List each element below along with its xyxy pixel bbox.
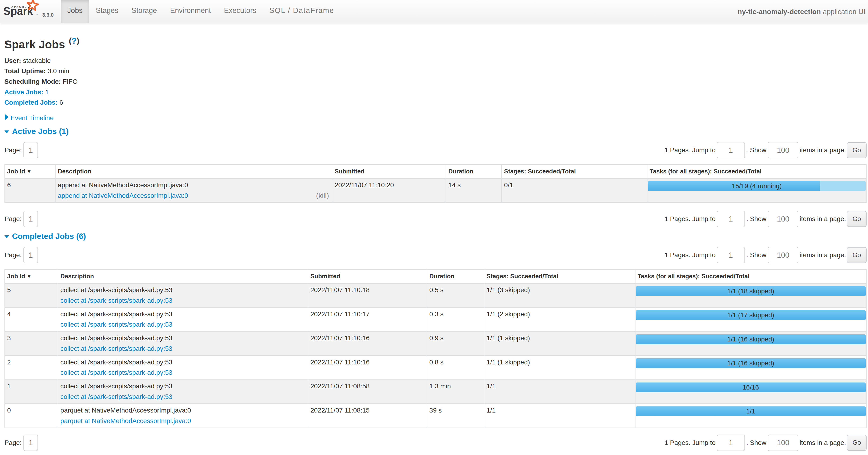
svg-text:TM: TM <box>35 13 38 16</box>
svg-text:Spark: Spark <box>3 5 33 17</box>
